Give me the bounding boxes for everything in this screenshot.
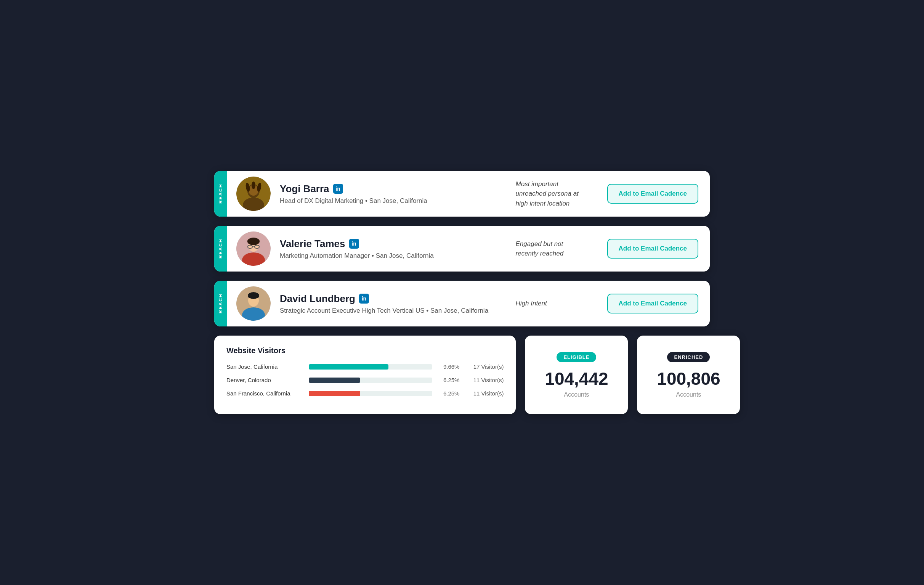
add-cadence-button-yogi-barra[interactable]: Add to Email Cadence — [607, 184, 698, 204]
person-title-david-lundberg: Strategic Account Executive High Tech Ve… — [280, 307, 504, 315]
stat-number-eligible: 104,442 — [545, 369, 608, 389]
svg-rect-19 — [248, 294, 259, 298]
visitor-row: San Francisco, California 6.25% 11 Visit… — [226, 390, 503, 397]
stat-label-eligible: Accounts — [564, 391, 589, 398]
visitor-city: San Jose, California — [226, 364, 303, 370]
visitors-title: Website Visitors — [226, 346, 503, 355]
reach-label-david-lundberg: REACH — [214, 281, 227, 326]
person-title-valerie-tames: Marketing Automation Manager • San Jose,… — [280, 252, 504, 260]
person-name-valerie-tames: Valerie Tames — [280, 238, 345, 250]
person-name-row-david-lundberg: David Lundberg in — [280, 293, 504, 305]
stat-label-enriched: Accounts — [676, 391, 701, 398]
visitor-city: San Francisco, California — [226, 390, 303, 397]
visitor-count: 11 Visitor(s) — [465, 377, 503, 383]
add-cadence-button-david-lundberg[interactable]: Add to Email Cadence — [607, 294, 698, 314]
person-name-david-lundberg: David Lundberg — [280, 293, 355, 305]
avatar-yogi-barra — [236, 177, 271, 211]
stat-card-enriched: ENRICHED 100,806 Accounts — [637, 335, 740, 414]
person-name-row-yogi-barra: Yogi Barra in — [280, 183, 504, 195]
visitor-count: 17 Visitor(s) — [465, 364, 503, 370]
visitors-card: Website Visitors San Jose, California 9.… — [214, 335, 516, 414]
visitors-rows: San Jose, California 9.66% 17 Visitor(s)… — [226, 364, 503, 397]
stat-card-eligible: ELIGIBLE 104,442 Accounts — [525, 335, 628, 414]
linkedin-icon-david-lundberg[interactable]: in — [359, 294, 369, 304]
svg-rect-11 — [248, 239, 260, 244]
person-info-valerie-tames: Valerie Tames in Marketing Automation Ma… — [280, 229, 504, 269]
person-card-yogi-barra: REACH Yogi Barra in Head of DX Digital M… — [214, 171, 710, 216]
person-info-yogi-barra: Yogi Barra in Head of DX Digital Marketi… — [280, 174, 504, 214]
svg-point-5 — [252, 182, 256, 189]
visitor-bar — [309, 391, 360, 396]
person-status-yogi-barra: Most important unreached persona at high… — [504, 179, 596, 208]
visitor-pct: 6.25% — [438, 377, 459, 383]
person-info-david-lundberg: David Lundberg in Strategic Account Exec… — [280, 284, 504, 324]
reach-label-valerie-tames: REACH — [214, 226, 227, 271]
main-container: REACH Yogi Barra in Head of DX Digital M… — [214, 171, 710, 414]
visitor-bar-container — [309, 378, 432, 383]
visitor-city: Denver, Colorado — [226, 377, 303, 383]
reach-label-yogi-barra: REACH — [214, 171, 227, 216]
visitor-pct: 9.66% — [438, 364, 459, 370]
stat-badge-enriched: ENRICHED — [667, 352, 710, 362]
linkedin-icon-yogi-barra[interactable]: in — [333, 184, 343, 194]
visitor-pct: 6.25% — [438, 390, 459, 397]
avatar-valerie-tames — [236, 231, 271, 266]
person-card-david-lundberg: REACH David Lundberg in Strategic Accoun… — [214, 281, 710, 326]
visitor-count: 11 Visitor(s) — [465, 390, 503, 397]
person-status-david-lundberg: High Intent — [504, 299, 596, 309]
avatar-david-lundberg — [236, 286, 271, 321]
visitor-bar — [309, 378, 360, 383]
person-name-yogi-barra: Yogi Barra — [280, 183, 329, 195]
visitor-bar — [309, 364, 388, 370]
visitor-row: San Jose, California 9.66% 17 Visitor(s) — [226, 364, 503, 370]
visitor-row: Denver, Colorado 6.25% 11 Visitor(s) — [226, 377, 503, 383]
person-card-valerie-tames: REACH Valerie Tames in Marketing Automat… — [214, 226, 710, 271]
person-title-yogi-barra: Head of DX Digital Marketing • San Jose,… — [280, 197, 504, 205]
add-cadence-button-valerie-tames[interactable]: Add to Email Cadence — [607, 239, 698, 259]
stat-number-enriched: 100,806 — [657, 369, 720, 389]
person-status-valerie-tames: Engaged but not recently reached — [504, 239, 596, 259]
visitor-bar-container — [309, 364, 432, 370]
linkedin-icon-valerie-tames[interactable]: in — [349, 239, 359, 249]
stats-container: ELIGIBLE 104,442 Accounts ENRICHED 100,8… — [525, 335, 710, 414]
cards-container: REACH Yogi Barra in Head of DX Digital M… — [214, 171, 710, 326]
bottom-row: Website Visitors San Jose, California 9.… — [214, 335, 710, 414]
visitor-bar-container — [309, 391, 432, 396]
person-name-row-valerie-tames: Valerie Tames in — [280, 238, 504, 250]
stat-badge-eligible: ELIGIBLE — [556, 352, 596, 362]
